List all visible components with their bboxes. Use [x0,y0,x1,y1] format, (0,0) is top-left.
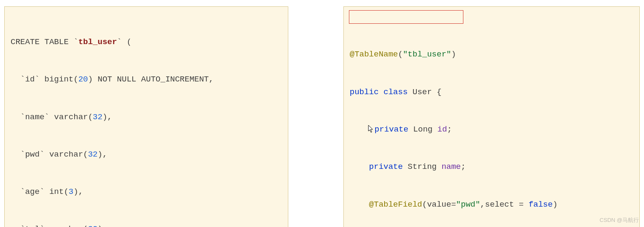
java-line-5: @TableField(value="pwd",select = false) [350,199,633,211]
sql-code-block: CREATE TABLE `tbl_user` ( `id` bigint(20… [4,6,288,227]
sql-line-4: `pwd` varchar(32), [11,149,282,161]
java-line-1: @TableName("tbl_user") [350,48,633,61]
cursor-icon [369,126,374,133]
sql-line-3: `name` varchar(32), [11,111,282,123]
java-code-block: @TableName("tbl_user") public class User… [343,6,640,227]
sql-line-2: `id` bigint(20) NOT NULL AUTO_INCREMENT, [11,73,282,86]
sql-line-5: `age` int(3), [11,186,282,198]
annotation-highlight [349,10,463,24]
sql-line-6: `tel` varchar(32), [11,223,282,227]
java-line-4: private String name; [350,161,633,173]
java-line-3: private Long id; [350,123,633,136]
java-line-2: public class User { [350,86,633,98]
sql-line-1: CREATE TABLE `tbl_user` ( [11,36,282,48]
